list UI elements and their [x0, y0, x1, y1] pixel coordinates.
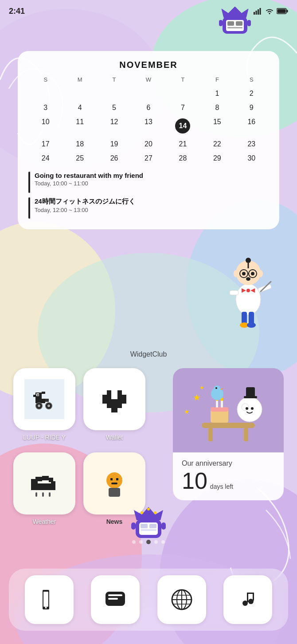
- svg-rect-111: [141, 529, 156, 531]
- app-luup[interactable]: LUUP - RIDE Y: [13, 368, 75, 441]
- svg-rect-110: [149, 524, 156, 528]
- dock-messages[interactable]: [91, 575, 140, 624]
- svg-text:★: ★: [199, 385, 204, 391]
- svg-rect-93: [35, 477, 42, 481]
- wifi-icon: [265, 8, 274, 15]
- cal-day[interactable]: 26: [97, 152, 131, 165]
- cal-day[interactable]: [97, 87, 131, 100]
- cal-day[interactable]: 23: [234, 138, 269, 150]
- svg-rect-103: [110, 478, 113, 480]
- svg-point-36: [246, 258, 251, 263]
- svg-point-133: [248, 599, 254, 604]
- cal-day[interactable]: 19: [97, 138, 131, 150]
- events-list: Going to restaurant with my friend Today…: [28, 172, 269, 219]
- cal-day[interactable]: 3: [28, 102, 63, 114]
- svg-rect-106: [109, 488, 120, 497]
- app-weather-icon[interactable]: [13, 452, 75, 514]
- cal-header-t2: T: [166, 76, 200, 86]
- svg-rect-70: [244, 428, 248, 441]
- cal-day[interactable]: 1: [200, 87, 234, 100]
- svg-point-24: [236, 284, 261, 315]
- cal-day[interactable]: [166, 87, 200, 100]
- svg-point-41: [242, 272, 246, 275]
- cal-day[interactable]: 16: [234, 116, 269, 136]
- event-title-1: Going to restaurant with my friend: [35, 172, 143, 179]
- dock-music[interactable]: [223, 575, 272, 624]
- svg-rect-12: [260, 8, 261, 15]
- cal-day[interactable]: 21: [166, 138, 200, 150]
- svg-text:★: ★: [184, 408, 190, 415]
- widgetclub-center-logo: [124, 505, 173, 551]
- cal-header-m: M: [63, 76, 97, 86]
- logo-top: [213, 4, 257, 42]
- svg-point-114: [141, 511, 143, 514]
- cal-day[interactable]: 25: [63, 152, 97, 165]
- app-wallet-icon[interactable]: [83, 368, 145, 430]
- anniversary-image: ★ ★ ★: [173, 368, 284, 452]
- event-bar-2: [28, 197, 30, 219]
- cal-day[interactable]: 10: [28, 116, 63, 136]
- svg-point-43: [246, 277, 250, 281]
- cal-day[interactable]: 15: [200, 116, 234, 136]
- svg-rect-131: [253, 593, 254, 601]
- svg-rect-112: [131, 522, 136, 530]
- app-weather[interactable]: Weather: [13, 452, 75, 525]
- anniversary-info: Our anniversary 10 days left: [173, 452, 284, 500]
- anniversary-days-num: 10: [182, 469, 207, 492]
- svg-point-115: [147, 508, 150, 510]
- cal-day[interactable]: [131, 87, 165, 100]
- svg-rect-105: [111, 483, 117, 484]
- svg-point-116: [154, 511, 156, 514]
- svg-rect-97: [31, 483, 55, 490]
- svg-point-132: [242, 601, 248, 606]
- cal-day[interactable]: 8: [200, 102, 234, 114]
- svg-rect-98: [35, 492, 37, 497]
- app-luup-label: LUUP - RIDE Y: [23, 434, 66, 441]
- svg-rect-15: [287, 10, 288, 12]
- svg-rect-68: [202, 423, 255, 428]
- anniversary-days-label: days left: [210, 483, 233, 490]
- svg-point-27: [246, 289, 250, 292]
- dock-phone[interactable]: [25, 575, 74, 624]
- cal-day[interactable]: 18: [63, 138, 97, 150]
- cal-day[interactable]: [28, 87, 63, 100]
- svg-rect-16: [277, 9, 286, 13]
- cal-day[interactable]: 11: [63, 116, 97, 136]
- svg-rect-53: [45, 399, 49, 402]
- svg-rect-59: [107, 395, 111, 399]
- cal-day[interactable]: 13: [131, 116, 165, 136]
- cal-day[interactable]: 12: [97, 116, 131, 136]
- svg-point-88: [215, 387, 217, 389]
- cal-day[interactable]: 30: [234, 152, 269, 165]
- svg-point-42: [251, 272, 254, 275]
- cal-day[interactable]: 4: [63, 102, 97, 114]
- cal-day[interactable]: 17: [28, 138, 63, 150]
- cal-day[interactable]: 28: [166, 152, 200, 165]
- cal-day[interactable]: 9: [234, 102, 269, 114]
- svg-rect-64: [107, 390, 111, 395]
- cal-day[interactable]: 7: [166, 102, 200, 114]
- app-weather-label: Weather: [33, 518, 56, 525]
- svg-rect-69: [208, 428, 213, 441]
- cal-day[interactable]: 24: [28, 152, 63, 165]
- app-wallet[interactable]: Wallet: [83, 368, 145, 441]
- svg-rect-67: [111, 408, 117, 412]
- cal-day[interactable]: 2: [234, 87, 269, 100]
- svg-point-55: [38, 404, 40, 407]
- svg-point-57: [47, 404, 50, 407]
- cal-day[interactable]: 5: [97, 102, 131, 114]
- svg-rect-61: [102, 395, 107, 399]
- svg-rect-94: [42, 476, 49, 480]
- cal-day[interactable]: 6: [131, 102, 165, 114]
- app-luup-icon[interactable]: [13, 368, 75, 430]
- cal-header-s1: S: [28, 76, 63, 86]
- anniversary-widget: ★ ★ ★ Our anniversary 10 days left: [173, 368, 284, 500]
- cal-day[interactable]: 27: [131, 152, 165, 165]
- cal-day[interactable]: 22: [200, 138, 234, 150]
- cal-day[interactable]: 29: [200, 152, 234, 165]
- widgetclub-label: WidgetClub: [0, 350, 297, 358]
- cal-day[interactable]: [63, 87, 97, 100]
- cal-day-today[interactable]: 14: [166, 116, 200, 136]
- cal-day[interactable]: 20: [131, 138, 165, 150]
- dock-safari[interactable]: [157, 575, 206, 624]
